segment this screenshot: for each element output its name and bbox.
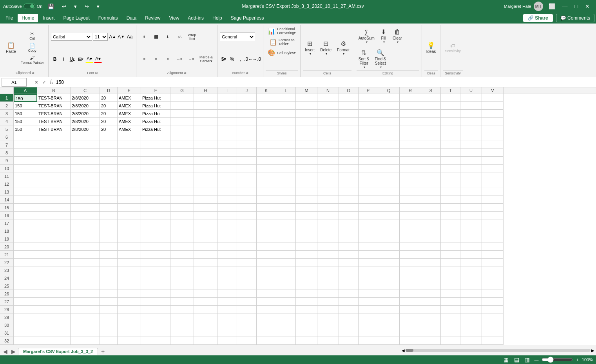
cell-D21[interactable] bbox=[100, 251, 118, 259]
cell-G9[interactable] bbox=[170, 157, 194, 165]
autosave-switch[interactable] bbox=[24, 4, 35, 9]
cell-A5[interactable]: 150 bbox=[14, 125, 37, 133]
cell-L21[interactable] bbox=[276, 251, 296, 259]
cell-S14[interactable] bbox=[421, 196, 441, 204]
cell-E5[interactable]: AMEX bbox=[118, 125, 141, 133]
cell-O15[interactable] bbox=[339, 204, 359, 212]
cell-H2[interactable] bbox=[194, 102, 217, 110]
cell-V18[interactable] bbox=[482, 227, 504, 235]
cell-S29[interactable] bbox=[421, 313, 441, 321]
cell-T27[interactable] bbox=[441, 298, 460, 306]
cell-O22[interactable] bbox=[339, 259, 359, 266]
customize-qat-button[interactable]: ▾ bbox=[94, 3, 102, 10]
cell-A30[interactable] bbox=[14, 321, 37, 329]
cell-S5[interactable] bbox=[421, 125, 441, 133]
cell-K27[interactable] bbox=[257, 298, 276, 306]
cell-Q13[interactable] bbox=[378, 188, 400, 196]
cell-Q17[interactable] bbox=[378, 219, 400, 227]
cell-Q16[interactable] bbox=[378, 212, 400, 219]
cell-M24[interactable] bbox=[296, 274, 317, 282]
cell-U27[interactable] bbox=[460, 298, 482, 306]
cell-R17[interactable] bbox=[400, 219, 421, 227]
cell-G29[interactable] bbox=[170, 313, 194, 321]
cell-U12[interactable] bbox=[460, 180, 482, 188]
cell-T4[interactable] bbox=[441, 118, 460, 125]
cell-V28[interactable] bbox=[482, 306, 504, 313]
cell-A1[interactable]: 150 bbox=[14, 94, 37, 102]
cell-J5[interactable] bbox=[237, 125, 257, 133]
col-header-H[interactable]: H bbox=[194, 87, 217, 94]
cell-N8[interactable] bbox=[317, 149, 339, 157]
cell-J7[interactable] bbox=[237, 141, 257, 149]
cell-O9[interactable] bbox=[339, 157, 359, 165]
cell-T24[interactable] bbox=[441, 274, 460, 282]
cell-Q31[interactable] bbox=[378, 329, 400, 337]
cell-N14[interactable] bbox=[317, 196, 339, 204]
cell-J10[interactable] bbox=[237, 165, 257, 172]
cell-C28[interactable] bbox=[71, 306, 100, 313]
cell-N11[interactable] bbox=[317, 172, 339, 180]
cell-H9[interactable] bbox=[194, 157, 217, 165]
cell-P14[interactable] bbox=[359, 196, 378, 204]
cell-I16[interactable] bbox=[217, 212, 237, 219]
cell-E26[interactable] bbox=[118, 290, 141, 298]
cell-I27[interactable] bbox=[217, 298, 237, 306]
cell-C10[interactable] bbox=[71, 165, 100, 172]
cell-R24[interactable] bbox=[400, 274, 421, 282]
cell-H23[interactable] bbox=[194, 266, 217, 274]
cell-T10[interactable] bbox=[441, 165, 460, 172]
cell-L3[interactable] bbox=[276, 110, 296, 118]
cell-J6[interactable] bbox=[237, 133, 257, 141]
cell-B3[interactable]: TEST-BRAN bbox=[37, 110, 71, 118]
cell-B23[interactable] bbox=[37, 266, 71, 274]
cell-D23[interactable] bbox=[100, 266, 118, 274]
cell-V32[interactable] bbox=[482, 337, 504, 345]
cell-H1[interactable] bbox=[194, 94, 217, 102]
cell-P31[interactable] bbox=[359, 329, 378, 337]
cell-A24[interactable] bbox=[14, 274, 37, 282]
align-right-button[interactable]: ≡ bbox=[162, 56, 173, 62]
cell-B10[interactable] bbox=[37, 165, 71, 172]
cell-T5[interactable] bbox=[441, 125, 460, 133]
cell-V23[interactable] bbox=[482, 266, 504, 274]
cell-L19[interactable] bbox=[276, 235, 296, 243]
row-num-27[interactable]: 27 bbox=[0, 298, 13, 306]
cell-M14[interactable] bbox=[296, 196, 317, 204]
cell-S9[interactable] bbox=[421, 157, 441, 165]
cell-Q23[interactable] bbox=[378, 266, 400, 274]
cell-O5[interactable] bbox=[339, 125, 359, 133]
cell-S10[interactable] bbox=[421, 165, 441, 172]
cell-I9[interactable] bbox=[217, 157, 237, 165]
cell-C21[interactable] bbox=[71, 251, 100, 259]
cell-K22[interactable] bbox=[257, 259, 276, 266]
cell-I30[interactable] bbox=[217, 321, 237, 329]
cell-J3[interactable] bbox=[237, 110, 257, 118]
cell-F8[interactable] bbox=[141, 149, 170, 157]
cell-A10[interactable] bbox=[14, 165, 37, 172]
cell-D17[interactable] bbox=[100, 219, 118, 227]
cell-B2[interactable]: TEST-BRAN bbox=[37, 102, 71, 110]
cell-P12[interactable] bbox=[359, 180, 378, 188]
cell-K8[interactable] bbox=[257, 149, 276, 157]
cell-I3[interactable] bbox=[217, 110, 237, 118]
cell-N27[interactable] bbox=[317, 298, 339, 306]
cell-C6[interactable] bbox=[71, 133, 100, 141]
row-num-3[interactable]: 3 bbox=[0, 110, 13, 118]
cell-J4[interactable] bbox=[237, 118, 257, 125]
cell-P32[interactable] bbox=[359, 337, 378, 345]
cell-R32[interactable] bbox=[400, 337, 421, 345]
cell-R26[interactable] bbox=[400, 290, 421, 298]
cell-L4[interactable] bbox=[276, 118, 296, 125]
cell-K7[interactable] bbox=[257, 141, 276, 149]
cell-R4[interactable] bbox=[400, 118, 421, 125]
cell-C30[interactable] bbox=[71, 321, 100, 329]
cell-H7[interactable] bbox=[194, 141, 217, 149]
decrease-indent-button[interactable]: ←≡ bbox=[174, 56, 185, 62]
cell-J18[interactable] bbox=[237, 227, 257, 235]
cell-L11[interactable] bbox=[276, 172, 296, 180]
cell-L18[interactable] bbox=[276, 227, 296, 235]
cell-C4[interactable]: 2/8/2020 bbox=[71, 118, 100, 125]
cell-F14[interactable] bbox=[141, 196, 170, 204]
cell-A22[interactable] bbox=[14, 259, 37, 266]
cell-T14[interactable] bbox=[441, 196, 460, 204]
